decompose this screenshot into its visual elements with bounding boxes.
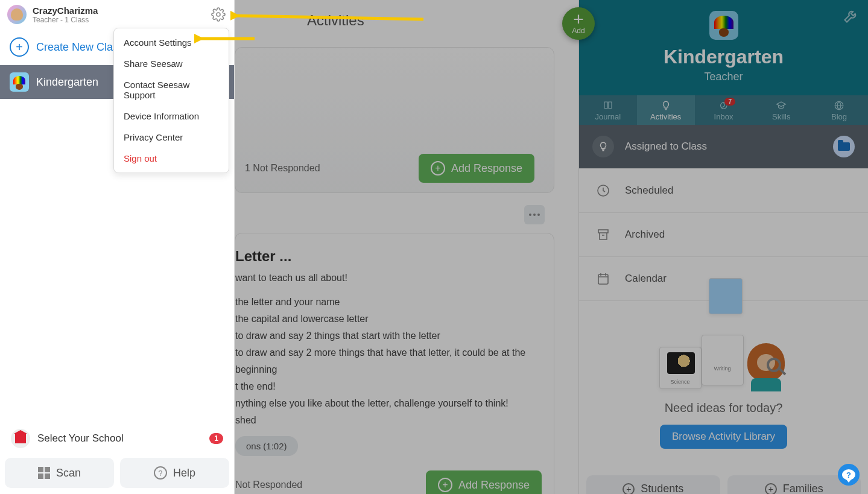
help-button[interactable]: ? Help: [120, 458, 229, 488]
user-meta: CrazyCharizma Teacher - 1 Class: [33, 5, 98, 24]
nav-assigned[interactable]: Assigned to Class: [579, 125, 868, 169]
add-response-label: Add Response: [451, 162, 522, 175]
select-school-label: Select Your School: [37, 432, 124, 445]
user-row[interactable]: CrazyCharizma Teacher - 1 Class: [0, 0, 234, 29]
svg-rect-4: [598, 274, 608, 284]
plus-icon: +: [431, 161, 445, 176]
book-icon: [601, 100, 615, 111]
user-name: CrazyCharizma: [33, 5, 98, 16]
menu-privacy-center[interactable]: Privacy Center: [114, 127, 229, 148]
help-icon: ?: [154, 466, 167, 480]
plus-circle-icon: +: [10, 37, 29, 57]
plus-icon: +: [622, 483, 635, 495]
support-chat-button[interactable]: ?: [838, 464, 860, 486]
activity-card-2: Letter ... want to teach us all about! t…: [235, 233, 554, 494]
menu-sign-out[interactable]: Sign out: [114, 148, 229, 169]
menu-share-seesaw[interactable]: Share Seesaw: [114, 53, 229, 74]
students-button[interactable]: + Students: [586, 475, 720, 494]
right-header: Kindergarten Teacher: [579, 0, 868, 95]
menu-device-info[interactable]: Device Information: [114, 106, 229, 127]
card1-more-button[interactable]: [524, 205, 545, 224]
menu-contact-support[interactable]: Contact Seesaw Support: [114, 74, 229, 106]
svg-point-0: [217, 13, 220, 16]
wrench-icon[interactable]: [843, 7, 860, 24]
activities-feed: Activities 1 Not Responded + Add Respons…: [235, 0, 578, 494]
right-tabs: Journal Activities 7 Inbox Skills Blog: [579, 95, 868, 125]
add-response-button-2[interactable]: + Add Response: [426, 470, 542, 494]
scan-button[interactable]: Scan: [5, 458, 114, 488]
tab-inbox[interactable]: 7 Inbox: [695, 95, 753, 125]
right-nav-list: Assigned to Class Scheduled Archived C: [579, 125, 868, 301]
scan-label: Scan: [56, 467, 81, 480]
gear-icon[interactable]: [210, 6, 227, 23]
browse-library-button[interactable]: Browse Activity Library: [660, 425, 787, 449]
card2-body: want to teach us all about! the letter a…: [235, 270, 542, 429]
class-item-label: Kindergarten: [36, 76, 98, 89]
settings-dropdown: Account Settings Share Seesaw Contact Se…: [113, 28, 229, 173]
folder-icon[interactable]: [833, 136, 855, 157]
chat-icon: ?: [842, 469, 855, 480]
rainbow-bear-icon: [709, 11, 738, 40]
school-badge: 1: [209, 433, 223, 444]
rainbow-bear-icon: [10, 72, 29, 92]
plus-icon: +: [438, 478, 452, 492]
nav-scheduled[interactable]: Scheduled: [579, 169, 868, 213]
ideas-illustration: Writing: [591, 319, 856, 391]
menu-account-settings[interactable]: Account Settings: [114, 32, 229, 53]
right-class-name: Kindergarten: [585, 46, 862, 68]
page-title: Activities: [307, 12, 554, 29]
add-response-button[interactable]: + Add Response: [419, 154, 534, 183]
grad-cap-icon: [775, 100, 788, 111]
user-avatar-icon: [7, 5, 27, 24]
archive-icon: [592, 224, 614, 245]
right-role: Teacher: [585, 71, 862, 83]
clock-icon: [592, 180, 614, 201]
create-new-class-label: Create New Class: [36, 41, 124, 54]
inbox-badge: 7: [724, 98, 735, 106]
sidebar-bottom: Select Your School 1 Scan ? Help: [0, 418, 234, 494]
school-icon: [11, 429, 30, 448]
card1-not-responded: 1 Not Responded: [245, 163, 407, 174]
instructions-pill[interactable]: ons (1:02): [235, 436, 298, 456]
ideas-text: Need ideas for today?: [591, 401, 856, 415]
svg-rect-3: [598, 230, 608, 233]
activity-card-1: 1 Not Responded + Add Response: [235, 47, 554, 193]
plus-icon: +: [573, 12, 584, 27]
ideas-section: Writing Need ideas for today? Browse Act…: [579, 301, 868, 467]
add-fab[interactable]: + Add: [562, 7, 595, 40]
qr-icon: [38, 467, 50, 479]
globe-icon: [832, 100, 846, 111]
help-label: Help: [173, 467, 195, 480]
lightbulb-icon: [592, 136, 614, 157]
lightbulb-icon: [659, 100, 673, 111]
tab-skills[interactable]: Skills: [752, 95, 810, 125]
card2-title: Letter ...: [235, 248, 542, 265]
add-response-label-2: Add Response: [458, 479, 530, 492]
nav-archived[interactable]: Archived: [579, 213, 868, 257]
user-subtitle: Teacher - 1 Class: [33, 16, 98, 24]
add-fab-label: Add: [572, 27, 584, 35]
select-school-button[interactable]: Select Your School 1: [5, 424, 229, 458]
tab-blog[interactable]: Blog: [810, 95, 868, 125]
plus-icon: +: [765, 483, 777, 495]
card2-not-responded: Not Responded: [235, 480, 415, 490]
right-panel: Kindergarten Teacher Journal Activities …: [578, 0, 868, 494]
tab-activities[interactable]: Activities: [637, 95, 695, 125]
tab-journal[interactable]: Journal: [579, 95, 637, 125]
calendar-icon: [592, 268, 614, 290]
right-bottom-buttons: + Students + Families: [579, 467, 868, 494]
